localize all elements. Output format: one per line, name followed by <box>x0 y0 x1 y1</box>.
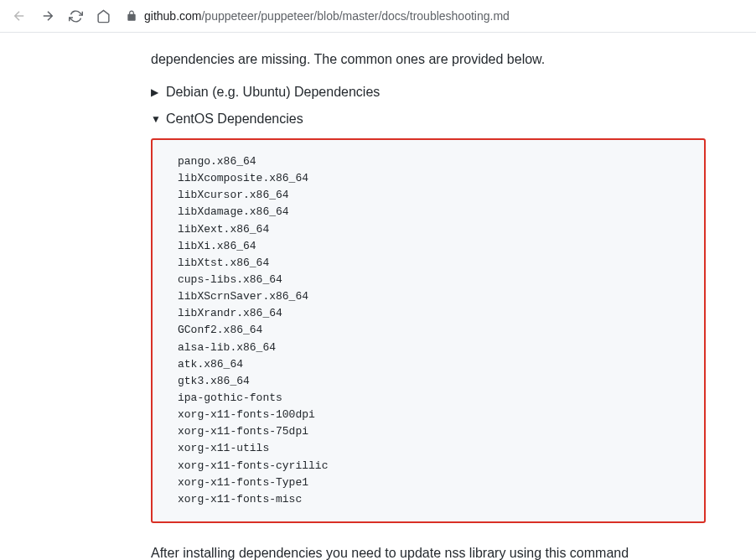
reload-button[interactable] <box>65 6 86 27</box>
intro-paragraph: dependencies are missing. The common one… <box>151 49 706 70</box>
page-content: dependencies are missing. The common one… <box>0 33 756 560</box>
details-centos-label: CentOS Dependencies <box>166 111 303 127</box>
details-debian[interactable]: ▶ Debian (e.g. Ubuntu) Dependencies <box>151 85 706 100</box>
url-text: github.com/puppeteer/puppeteer/blob/mast… <box>144 9 510 23</box>
back-button[interactable] <box>8 5 30 27</box>
details-debian-label: Debian (e.g. Ubuntu) Dependencies <box>166 85 380 100</box>
details-centos[interactable]: ▼ CentOS Dependencies <box>151 111 706 127</box>
lock-icon <box>126 10 137 22</box>
browser-toolbar: github.com/puppeteer/puppeteer/blob/mast… <box>0 0 756 33</box>
triangle-right-icon: ▶ <box>151 86 161 98</box>
after-install-text: After installing dependencies you need t… <box>151 543 706 560</box>
triangle-down-icon: ▼ <box>151 113 161 125</box>
forward-button[interactable] <box>37 5 59 27</box>
address-bar[interactable]: github.com/puppeteer/puppeteer/blob/mast… <box>121 6 748 26</box>
centos-packages-codeblock[interactable]: pango.x86_64 libXcomposite.x86_64 libXcu… <box>151 138 706 523</box>
home-button[interactable] <box>93 6 114 27</box>
